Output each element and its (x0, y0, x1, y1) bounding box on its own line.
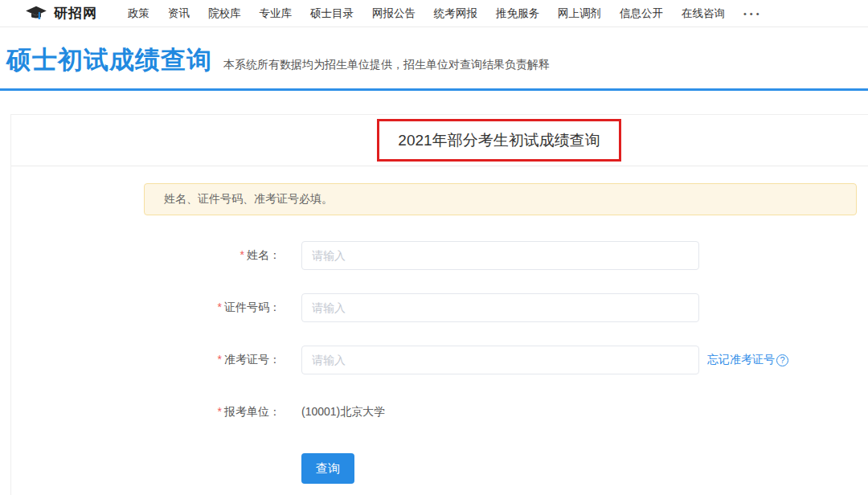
query-button[interactable]: 查询 (301, 453, 354, 484)
required-fields-alert: 姓名、证件号码、准考证号必填。 (144, 183, 857, 215)
submit-row: 查询 (301, 453, 868, 484)
site-name: 研招网 (54, 4, 97, 22)
nav-item-online-report-notice[interactable]: 网报公告 (372, 6, 416, 21)
target-university-label: *报考单位： (11, 405, 280, 419)
nav-item-info-disclosure[interactable]: 信息公开 (620, 6, 663, 21)
target-university-value: (10001)北京大学 (301, 405, 385, 419)
nav-item-exemption-service[interactable]: 推免服务 (496, 6, 539, 21)
admission-ticket-label: *准考证号： (11, 353, 280, 367)
nav-item-college-library[interactable]: 院校库 (208, 6, 241, 21)
card-header: 2021年部分考生初试成绩查询 (11, 115, 868, 166)
form-row-id-number: *证件号码： (11, 293, 868, 322)
required-asterisk: * (218, 405, 222, 418)
score-query-card: 2021年部分考生初试成绩查询 姓名、证件号码、准考证号必填。 *姓名： *证件… (10, 114, 868, 495)
card-title: 2021年部分考生初试成绩查询 (398, 130, 600, 151)
name-label: *姓名： (11, 248, 280, 263)
required-asterisk: * (218, 301, 222, 313)
page-header: 硕士初试成绩查询 本系统所有数据均为招生单位提供，招生单位对查询结果负责解释 (0, 27, 868, 88)
required-asterisk: * (218, 353, 222, 366)
page-title: 硕士初试成绩查询 (6, 43, 212, 77)
nav-item-online-adjustment[interactable]: 网上调剂 (558, 6, 601, 21)
main-nav: 政策 资讯 院校库 专业库 硕士目录 网报公告 统考网报 推免服务 网上调剂 信… (128, 6, 763, 21)
nav-item-news[interactable]: 资讯 (168, 6, 190, 21)
form-row-name: *姓名： (11, 241, 868, 270)
blue-divider (0, 88, 868, 91)
admission-ticket-input[interactable] (301, 346, 699, 374)
top-navigation-bar: 研招网 政策 资讯 院校库 专业库 硕士目录 网报公告 统考网报 推免服务 网上… (0, 0, 868, 27)
forgot-ticket-link[interactable]: 忘记准考证号? (707, 353, 788, 367)
graduation-cap-icon (24, 5, 48, 22)
nav-item-policy[interactable]: 政策 (128, 6, 149, 21)
form-row-target-university: *报考单位： (10001)北京大学 (11, 398, 868, 427)
form-row-admission-ticket: *准考证号： 忘记准考证号? (11, 346, 868, 374)
nav-item-major-library[interactable]: 专业库 (260, 6, 293, 21)
site-logo[interactable]: 研招网 (24, 4, 97, 22)
help-icon: ? (776, 354, 788, 366)
id-number-input[interactable] (301, 293, 699, 322)
nav-item-master-catalog[interactable]: 硕士目录 (310, 6, 354, 21)
red-annotation-box: 2021年部分考生初试成绩查询 (377, 119, 621, 162)
required-asterisk: * (240, 248, 244, 261)
name-input[interactable] (301, 241, 699, 270)
nav-item-unified-exam-report[interactable]: 统考网报 (434, 6, 477, 21)
page-subtitle: 本系统所有数据均为招生单位提供，招生单位对查询结果负责解释 (223, 58, 550, 72)
query-form: *姓名： *证件号码： *准考证号： 忘记准考证号? (11, 241, 868, 484)
alert-text: 姓名、证件号码、准考证号必填。 (164, 192, 333, 207)
id-number-label: *证件号码： (11, 301, 280, 315)
nav-more-icon[interactable]: ••• (743, 9, 763, 18)
nav-item-online-consult[interactable]: 在线咨询 (682, 6, 725, 21)
